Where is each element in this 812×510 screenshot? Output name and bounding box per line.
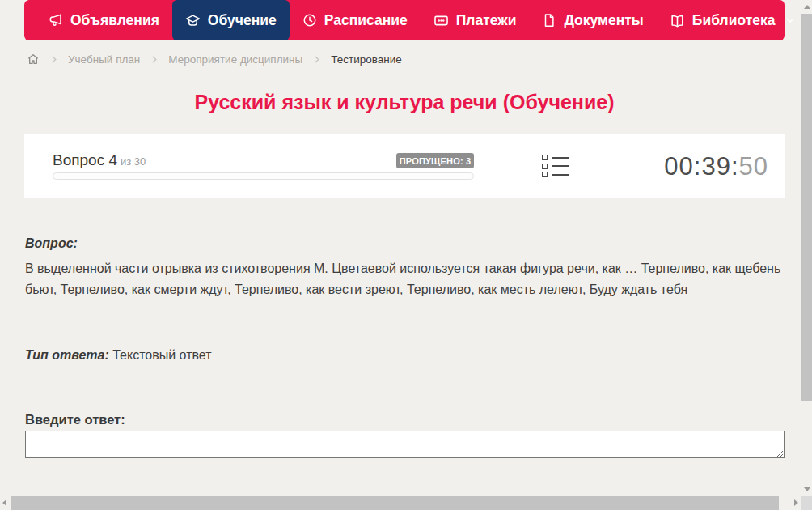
timer-seconds: 50	[739, 152, 768, 181]
progress-bar	[53, 172, 474, 180]
scroll-right-icon[interactable]	[794, 499, 798, 506]
list-icon	[542, 155, 569, 160]
breadcrumb-item-curriculum[interactable]: Учебный план	[68, 53, 140, 66]
breadcrumb-item-discipline-event[interactable]: Мероприятие дисциплины	[168, 53, 302, 66]
nav-item-label: Объявления	[70, 12, 159, 29]
horizontal-scrollbar[interactable]	[0, 496, 801, 510]
breadcrumb-separator-icon	[312, 55, 321, 64]
answer-input-label: Введите ответ:	[25, 412, 125, 427]
breadcrumb-separator-icon	[150, 55, 159, 64]
page-title: Русский язык и культура речи (Обучение)	[24, 91, 785, 114]
megaphone-icon	[49, 13, 63, 28]
nav-item-documents[interactable]: Документы	[529, 0, 656, 40]
page-content: Объявления Обучение Расписание Платежи Д…	[0, 0, 801, 496]
document-icon	[542, 13, 556, 28]
scroll-down-icon[interactable]	[804, 487, 810, 491]
skipped-badge: ПРОПУЩЕНО: 3	[396, 153, 474, 168]
list-icon	[542, 172, 569, 177]
credit-card-icon	[433, 13, 449, 28]
question-text: В выделенной части отрывка из стихотворе…	[25, 258, 785, 300]
nav-item-schedule[interactable]: Расписание	[290, 0, 421, 40]
nav-item-label: Расписание	[324, 12, 408, 29]
vertical-scrollbar-thumb[interactable]	[801, 14, 812, 401]
main-navbar: Объявления Обучение Расписание Платежи Д…	[24, 0, 785, 40]
chevron-down-icon	[785, 15, 795, 25]
graduation-cap-icon	[185, 13, 201, 28]
nav-item-library[interactable]: Библиотека	[657, 0, 809, 40]
nav-item-payments[interactable]: Платежи	[421, 0, 530, 40]
question-heading: Вопрос:	[25, 236, 785, 251]
question-counter: Вопрос 4из 30	[53, 151, 146, 169]
scrollbar-corner	[801, 496, 812, 510]
question-section: Вопрос: В выделенной части отрывка из ст…	[25, 236, 785, 300]
nav-item-label: Документы	[564, 12, 643, 29]
scroll-left-icon[interactable]	[2, 499, 6, 506]
book-icon	[670, 13, 685, 28]
breadcrumb: Учебный план Мероприятие дисциплины Тест…	[27, 50, 402, 68]
horizontal-scrollbar-thumb[interactable]	[11, 496, 779, 510]
answer-type-label: Тип ответа:	[25, 348, 109, 362]
answer-type-row: Тип ответа: Текстовый ответ	[25, 348, 212, 363]
home-icon[interactable]	[27, 53, 40, 66]
answer-type-value: Текстовый ответ	[112, 348, 211, 362]
countdown-timer: 00:39:50	[664, 152, 768, 181]
nav-item-announcements[interactable]: Объявления	[36, 0, 172, 40]
question-total: из 30	[121, 155, 146, 168]
quiz-status-panel: Вопрос 4из 30 ПРОПУЩЕНО: 3 00:39:50	[24, 134, 785, 198]
clock-icon	[302, 13, 317, 28]
question-list-button[interactable]	[542, 155, 569, 177]
answer-input[interactable]	[25, 431, 785, 458]
question-number: Вопрос 4	[53, 151, 117, 168]
nav-item-label: Платежи	[456, 12, 517, 29]
timer-hours-minutes: 00:39:	[664, 152, 738, 181]
breadcrumb-separator-icon	[49, 55, 58, 64]
nav-item-label: Библиотека	[692, 12, 776, 29]
vertical-scrollbar[interactable]	[801, 0, 812, 496]
scroll-up-icon[interactable]	[804, 5, 810, 9]
breadcrumb-item-testing: Тестирование	[331, 53, 402, 66]
list-icon	[542, 164, 569, 169]
nav-item-learning[interactable]: Обучение	[172, 0, 290, 40]
nav-item-label: Обучение	[208, 12, 277, 29]
